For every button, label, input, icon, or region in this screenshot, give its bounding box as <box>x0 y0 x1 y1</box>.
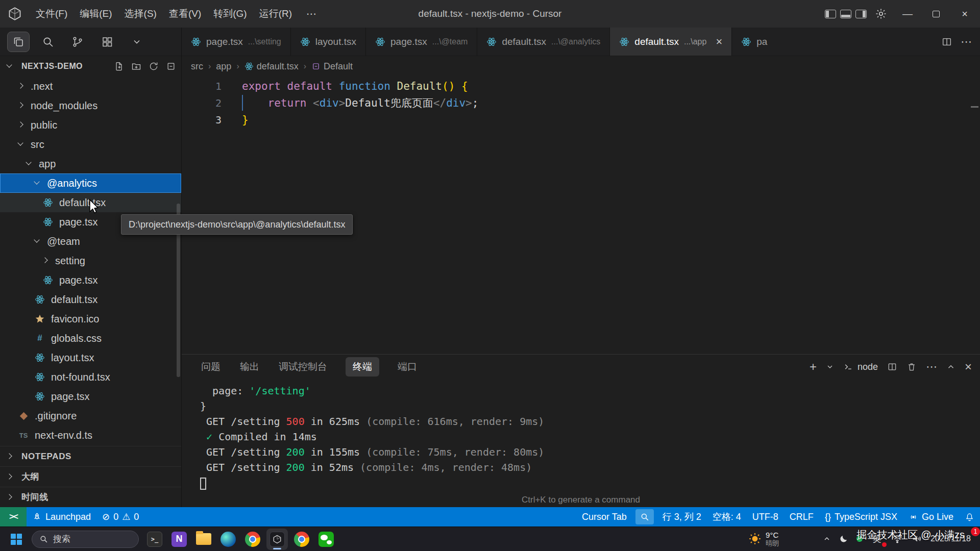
kill-terminal-icon[interactable] <box>906 362 917 372</box>
sidebar-section-大纲[interactable]: 大纲 <box>0 466 181 487</box>
chevron-down-icon[interactable] <box>126 32 148 52</box>
start-button[interactable] <box>6 529 27 549</box>
taskbar-app-terminal[interactable]: >_ <box>144 529 165 550</box>
sidebar-section-NOTEPADS[interactable]: NOTEPADS <box>0 446 181 466</box>
maximize-button[interactable] <box>924 0 948 28</box>
errors-icon: ⊘ <box>102 511 110 522</box>
panel-tab-端口[interactable]: 端口 <box>397 357 418 377</box>
close-tab-icon[interactable]: × <box>716 36 722 47</box>
maximize-panel-icon[interactable] <box>946 362 955 371</box>
notifications-bell[interactable] <box>959 507 980 527</box>
settings-gear-icon[interactable] <box>875 8 887 20</box>
new-folder-icon[interactable] <box>131 61 141 71</box>
editor-tab[interactable]: layout.tsx <box>291 28 366 56</box>
tree-item-.gitignore[interactable]: .gitignore <box>0 406 181 425</box>
menu-item[interactable]: 编辑(E) <box>74 6 118 21</box>
tree-item-next-env.d.ts[interactable]: TSnext-env.d.ts <box>0 425 181 445</box>
terminal-icon: >_ <box>147 532 162 547</box>
taskbar-app-browser[interactable] <box>291 529 312 550</box>
taskbar-app-explorer[interactable] <box>193 529 214 550</box>
toggle-panel-icon[interactable] <box>840 10 851 18</box>
editor-tab[interactable]: page.tsx...\setting <box>182 28 291 56</box>
extensions-icon[interactable] <box>96 32 118 52</box>
breadcrumb-item[interactable]: default.tsx <box>244 61 299 72</box>
cursor-tab-status[interactable]: Cursor Tab <box>576 507 632 527</box>
split-editor-icon[interactable] <box>941 36 952 47</box>
tree-item-public[interactable]: public <box>0 115 181 135</box>
taskbar-app-chrome[interactable] <box>242 529 263 550</box>
tree-item-page.tsx[interactable]: page.tsx <box>0 270 181 290</box>
tree-item-page.tsx[interactable]: page.tsx <box>0 387 181 406</box>
launchpad-status[interactable]: Launchpad <box>27 507 96 527</box>
weather-widget[interactable]: 9°C晴朗 <box>748 531 779 547</box>
menu-more-button[interactable]: ⋯ <box>300 8 323 20</box>
tree-item-favicon.ico[interactable]: favicon.ico <box>0 309 181 329</box>
refresh-icon[interactable] <box>149 61 159 71</box>
terminal-profile-item[interactable]: node <box>843 362 878 372</box>
tree-item-@analytics[interactable]: @analytics <box>0 173 181 193</box>
editor-more-actions-button[interactable]: ⋯ <box>961 35 972 48</box>
panel-more-actions-button[interactable]: ⋯ <box>926 360 937 373</box>
problems-status[interactable]: ⊘0 ⚠0 <box>96 507 144 527</box>
editor-tab[interactable]: default.tsx...\@analytics <box>477 28 610 56</box>
editor-tab[interactable]: default.tsx...\app× <box>610 28 732 56</box>
remote-indicator[interactable]: >< <box>0 507 27 527</box>
windows-taskbar: 搜索 >_N 9°C晴朗 英 2025/11/18 1 <box>0 527 980 551</box>
editor-tab[interactable]: pa <box>732 28 781 56</box>
tree-item-src[interactable]: src <box>0 135 181 154</box>
toggle-secondary-sidebar-icon[interactable] <box>855 10 867 18</box>
menu-item[interactable]: 选择(S) <box>118 6 163 21</box>
new-file-icon[interactable] <box>114 61 124 71</box>
menu-item[interactable]: 文件(F) <box>30 6 74 21</box>
react-icon <box>300 37 310 47</box>
tree-item-default.tsx[interactable]: default.tsx <box>0 290 181 309</box>
taskbar-app-notepad[interactable]: N <box>168 529 190 550</box>
moon-icon[interactable] <box>839 534 848 543</box>
tree-item-not-found.tsx[interactable]: not-found.tsx <box>0 367 181 387</box>
menu-item[interactable]: 运行(R) <box>253 6 298 21</box>
source-control-icon[interactable] <box>66 32 89 52</box>
split-terminal-icon[interactable] <box>887 362 897 372</box>
explorer-icon[interactable] <box>7 32 30 52</box>
minimize-button[interactable]: — <box>895 0 920 28</box>
breadcrumb-item[interactable]: app <box>216 61 231 72</box>
taskbar-app-edge[interactable] <box>217 529 239 550</box>
tree-item-setting[interactable]: setting <box>0 251 181 270</box>
breadcrumb-item[interactable]: Default <box>311 61 353 72</box>
taskbar-search[interactable]: 搜索 <box>32 531 139 548</box>
taskbar-app-wechat[interactable] <box>315 529 337 550</box>
menu-item[interactable]: 转到(G) <box>207 6 253 21</box>
terminal-profile-chevron-icon[interactable] <box>826 363 834 371</box>
indentation-status[interactable]: 空格: 4 <box>707 507 747 527</box>
tree-item-app[interactable]: app <box>0 154 181 173</box>
language-mode-status[interactable]: {} TypeScript JSX <box>819 507 903 527</box>
zoom-status-button[interactable] <box>635 509 654 524</box>
search-icon[interactable] <box>37 32 59 52</box>
editor-tab[interactable]: page.tsx...\@team <box>366 28 477 56</box>
taskbar-app-cursor[interactable] <box>266 529 288 550</box>
toggle-sidebar-icon[interactable] <box>825 10 836 18</box>
new-terminal-button[interactable]: + <box>810 360 817 374</box>
panel-tab-问题[interactable]: 问题 <box>200 357 222 377</box>
panel-tab-调试控制台[interactable]: 调试控制台 <box>278 357 328 377</box>
close-button[interactable]: × <box>952 0 977 28</box>
eol-status[interactable]: CRLF <box>784 507 819 527</box>
collapse-all-icon[interactable] <box>166 61 176 71</box>
sidebar-section-时间线[interactable]: 时间线 <box>0 487 181 507</box>
tree-item-node_modules[interactable]: node_modules <box>0 96 181 115</box>
tree-item-globals.css[interactable]: #globals.css <box>0 329 181 348</box>
tree-item-label: @team <box>47 236 80 247</box>
tree-item-.next[interactable]: .next <box>0 77 181 96</box>
breadcrumb-item[interactable]: src <box>191 61 203 72</box>
menu-item[interactable]: 查看(V) <box>163 6 207 21</box>
panel-tab-输出[interactable]: 输出 <box>239 357 260 377</box>
close-panel-button[interactable]: × <box>965 360 972 374</box>
encoding-status[interactable]: UTF-8 <box>747 507 784 527</box>
cursor-position-status[interactable]: 行 3, 列 2 <box>657 507 707 527</box>
tree-item-layout.tsx[interactable]: layout.tsx <box>0 348 181 367</box>
go-live-status[interactable]: Go Live <box>903 507 959 527</box>
explorer-section-header[interactable]: NEXTJS-DEMO <box>0 56 181 77</box>
tray-chevron-up-icon[interactable] <box>823 535 831 543</box>
panel-tab-终端[interactable]: 终端 <box>346 357 379 377</box>
terminal-output[interactable]: page: '/setting'} GET /setting 500 in 62… <box>182 379 980 507</box>
